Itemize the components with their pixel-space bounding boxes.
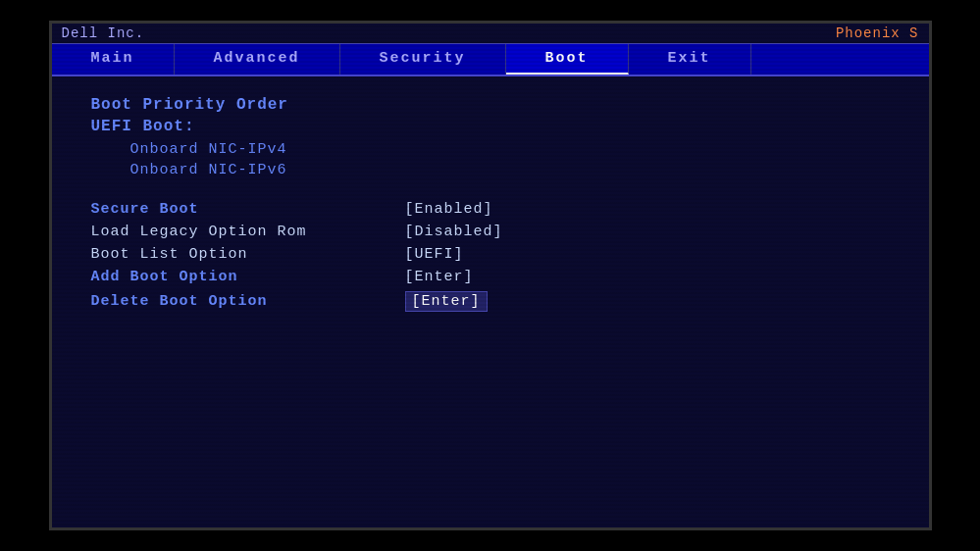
- tab-security[interactable]: Security: [340, 44, 506, 75]
- uefi-boot-label: UEFI Boot:: [91, 118, 890, 135]
- menu-row-boot-list[interactable]: Boot List Option [UEFI]: [91, 246, 890, 263]
- delete-boot-label: Delete Boot Option: [91, 293, 405, 310]
- menu-row-delete-boot[interactable]: Delete Boot Option [Enter]: [91, 291, 890, 312]
- bios-brand: Phoenix S: [836, 25, 919, 41]
- tab-exit[interactable]: Exit: [629, 44, 751, 75]
- menu-row-add-boot[interactable]: Add Boot Option [Enter]: [91, 269, 890, 285]
- menu-row-secure-boot[interactable]: Secure Boot [Enabled]: [91, 201, 890, 218]
- bios-vendor: Dell Inc.: [62, 25, 145, 41]
- tab-main[interactable]: Main: [52, 44, 175, 75]
- secure-boot-label: Secure Boot: [91, 201, 405, 218]
- legacy-option-label: Load Legacy Option Rom: [91, 224, 405, 240]
- onboard-nic-ipv4[interactable]: Onboard NIC-IPv4: [91, 141, 890, 158]
- boot-list-value: [UEFI]: [405, 246, 464, 263]
- boot-list-label: Boot List Option: [91, 246, 405, 263]
- tab-advanced[interactable]: Advanced: [175, 44, 340, 75]
- top-bar: Dell Inc. Phoenix S: [52, 24, 929, 44]
- add-boot-label: Add Boot Option: [91, 269, 405, 285]
- bios-screen: Dell Inc. Phoenix S Main Advanced Securi…: [49, 21, 932, 530]
- secure-boot-value: [Enabled]: [405, 201, 493, 218]
- legacy-option-value: [Disabled]: [405, 224, 503, 240]
- menu-row-legacy-option[interactable]: Load Legacy Option Rom [Disabled]: [91, 224, 890, 240]
- delete-boot-value: [Enter]: [405, 291, 488, 312]
- add-boot-value: [Enter]: [405, 269, 474, 285]
- nav-tabs: Main Advanced Security Boot Exit: [52, 44, 929, 76]
- main-content: Boot Priority Order UEFI Boot: Onboard N…: [52, 76, 929, 527]
- spacer-1: [91, 180, 890, 198]
- tab-boot[interactable]: Boot: [506, 44, 629, 75]
- boot-priority-title: Boot Priority Order: [91, 96, 890, 114]
- onboard-nic-ipv6[interactable]: Onboard NIC-IPv6: [91, 162, 890, 178]
